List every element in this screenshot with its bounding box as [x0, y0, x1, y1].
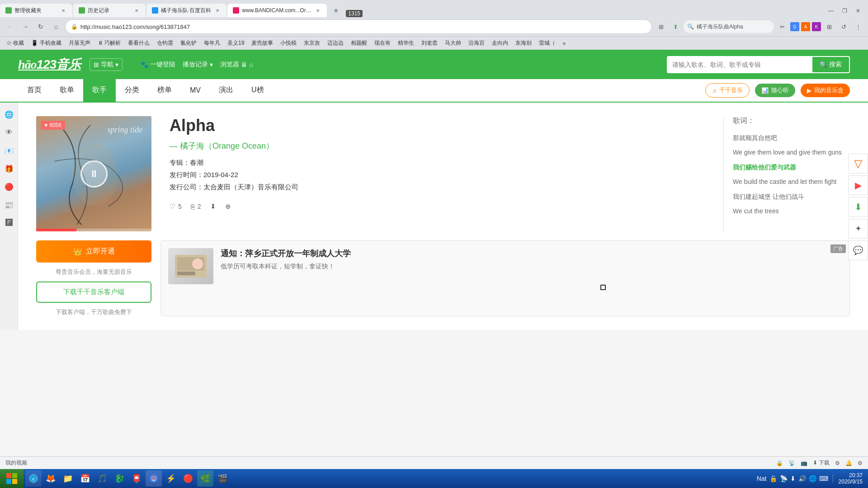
- login-link[interactable]: 🐾 一键登陆: [141, 61, 175, 69]
- status-icon-cast[interactable]: 📺: [801, 460, 807, 466]
- bookmark-item[interactable]: 沿海百: [466, 38, 487, 48]
- suixin-service-btn[interactable]: 📊 随心听: [755, 84, 795, 97]
- tab-close-icon[interactable]: ✕: [60, 7, 67, 14]
- undo-icon[interactable]: ↺: [837, 20, 850, 33]
- status-icon-signal[interactable]: 📡: [788, 460, 795, 466]
- float-btn-down[interactable]: ▽: [848, 154, 868, 174]
- download-button[interactable]: ⬇: [210, 202, 216, 211]
- tab-百度百科[interactable]: 橘子海乐队·百度百科 ✕: [146, 4, 226, 17]
- update-icon[interactable]: ⬆: [669, 20, 682, 33]
- taskbar-app-ie[interactable]: e: [25, 470, 42, 487]
- reload-button[interactable]: ↻: [34, 20, 47, 33]
- bookmark-item[interactable]: ⏸ 巧解析: [95, 38, 123, 48]
- tab-close-icon[interactable]: ✕: [314, 7, 321, 14]
- sidebar-icon-4[interactable]: 🎁: [2, 161, 16, 176]
- taskbar-app-folder[interactable]: 📁: [60, 470, 76, 487]
- float-btn-chat[interactable]: 💬: [848, 240, 868, 260]
- bookmark-item[interactable]: 仓钧需: [154, 38, 176, 48]
- extensions-button[interactable]: ⊞: [655, 20, 667, 33]
- bookmark-item[interactable]: 📱 手机收藏: [28, 38, 64, 48]
- more-button[interactable]: ⋮: [852, 20, 864, 33]
- close-button[interactable]: ✕: [852, 5, 864, 17]
- tab-close-icon[interactable]: ✕: [133, 7, 140, 14]
- status-icon-settings1[interactable]: ⚙: [835, 460, 840, 466]
- bookmark-item[interactable]: 氯化铲: [178, 38, 199, 48]
- search-input[interactable]: [667, 56, 811, 73]
- share-button[interactable]: ⎘ 2: [191, 203, 201, 211]
- tab-整理收藏夹[interactable]: 整理收藏夹 ✕: [0, 4, 72, 17]
- download-client-button[interactable]: 下载千千音乐客户端: [36, 282, 151, 303]
- tab-close-icon[interactable]: ✕: [214, 7, 221, 14]
- status-download-text[interactable]: ⬇ 下载: [813, 459, 830, 467]
- like-button[interactable]: ♡ 5: [170, 202, 182, 211]
- tray-icon-7[interactable]: ⌨: [819, 475, 828, 482]
- taskbar-app-flash[interactable]: 🔴: [180, 470, 196, 487]
- taskbar-app-green[interactable]: 🌿: [197, 470, 213, 487]
- taskbar-app-firefox[interactable]: 🦊: [42, 470, 59, 487]
- browser-link[interactable]: 浏览器 🖥 ⌂: [220, 61, 253, 69]
- tray-icon-6[interactable]: 🌐: [809, 475, 816, 482]
- nav-uchart[interactable]: U榜: [242, 79, 273, 103]
- nav-charts[interactable]: 榜单: [148, 79, 181, 103]
- taskbar-app-video[interactable]: 🎬: [214, 470, 231, 487]
- taskbar-app-email[interactable]: 📮: [128, 470, 145, 487]
- bookmark-item[interactable]: 看看什么: [125, 38, 152, 48]
- tray-icon-1[interactable]: Nat: [757, 475, 767, 482]
- nav-menu-button[interactable]: ⊞ 导航 ▾: [90, 58, 123, 71]
- tab-历史记录[interactable]: 历史记录 ✕: [73, 4, 146, 17]
- address-bar[interactable]: 🔒 http://music.hao123.com/song/613871847: [65, 19, 652, 34]
- bookmark-item[interactable]: 东京孜: [301, 38, 323, 48]
- bookmark-item[interactable]: 每年凡: [201, 38, 223, 48]
- extension1[interactable]: G: [790, 22, 799, 31]
- status-icon-settings2[interactable]: ⚙: [858, 460, 863, 466]
- grid-icon[interactable]: ⊞: [823, 20, 835, 33]
- bookmark-item[interactable]: 迈边边: [325, 38, 346, 48]
- status-icon-lock[interactable]: 🔒: [776, 460, 783, 466]
- bookmark-item[interactable]: 走向内: [489, 38, 511, 48]
- cut-icon[interactable]: ✂: [776, 20, 788, 33]
- sidebar-icon-5[interactable]: 🔴: [2, 179, 16, 194]
- bookmark-item[interactable]: 马大帅: [442, 38, 464, 48]
- tray-icon-5[interactable]: 🔊: [798, 475, 806, 482]
- artist-name-link[interactable]: 橘子海（Orange Ocean）: [180, 141, 274, 150]
- sidebar-icon-7[interactable]: 🅿: [2, 216, 16, 230]
- bookmark-item[interactable]: 麦売故事: [249, 38, 276, 48]
- playback-link[interactable]: 播放记录 ▾: [183, 61, 213, 69]
- bookmark-item[interactable]: 圣义19: [225, 38, 247, 48]
- qianqian-service-btn[interactable]: ♬ 千千音乐: [705, 83, 750, 98]
- bookmark-item[interactable]: 精华生: [395, 38, 417, 48]
- bookmark-item[interactable]: 现在有: [372, 38, 393, 48]
- nav-mv[interactable]: MV: [181, 79, 210, 103]
- taskbar-app-gaming[interactable]: ⚡: [163, 470, 179, 487]
- nav-category[interactable]: 分类: [116, 79, 148, 103]
- taskbar-app-dragon[interactable]: 🐉: [111, 470, 127, 487]
- sidebar-icon-1[interactable]: 🌐: [2, 107, 16, 122]
- new-tab-button[interactable]: +: [330, 5, 342, 17]
- forward-button[interactable]: →: [19, 20, 32, 33]
- bookmark-item[interactable]: 相题醒: [348, 38, 370, 48]
- tab-bandicam[interactable]: www.BANDICAM.com...Orange Ocean） ✕: [227, 4, 327, 17]
- play-pause-button[interactable]: ⏸: [80, 160, 108, 188]
- bookmark-more[interactable]: »: [560, 39, 568, 47]
- search-bar[interactable]: 🔍 橘子海乐队曲Alpha: [684, 20, 774, 33]
- back-button[interactable]: ←: [4, 20, 16, 33]
- tray-icon-2[interactable]: 🔒: [769, 475, 777, 482]
- float-btn-apps[interactable]: ✦: [848, 219, 868, 239]
- taskbar-app-chrome[interactable]: [146, 470, 162, 487]
- float-btn-play[interactable]: ▶: [848, 175, 868, 195]
- wode-service-btn[interactable]: ▶ 我的音乐盒: [801, 84, 850, 97]
- nav-home[interactable]: 首页: [18, 79, 51, 103]
- bookmark-item[interactable]: 月落无声: [66, 38, 93, 48]
- restore-button[interactable]: ❐: [838, 5, 851, 17]
- extension3[interactable]: K: [812, 22, 821, 31]
- vip-open-button[interactable]: 👑 立即开通: [36, 240, 151, 263]
- bookmark-item[interactable]: 雷城（: [536, 38, 558, 48]
- tray-icon-4[interactable]: ⬇: [790, 475, 796, 482]
- sidebar-icon-6[interactable]: 📰: [2, 197, 16, 212]
- home-button[interactable]: ⌂: [50, 20, 62, 33]
- tray-icon-3[interactable]: 📡: [780, 475, 788, 482]
- search-button[interactable]: 🔍 搜索: [811, 56, 850, 73]
- float-btn-download[interactable]: ⬇: [848, 197, 868, 217]
- bookmark-item[interactable]: 小悦税: [278, 38, 299, 48]
- add-to-playlist-button[interactable]: ⊕: [225, 202, 231, 211]
